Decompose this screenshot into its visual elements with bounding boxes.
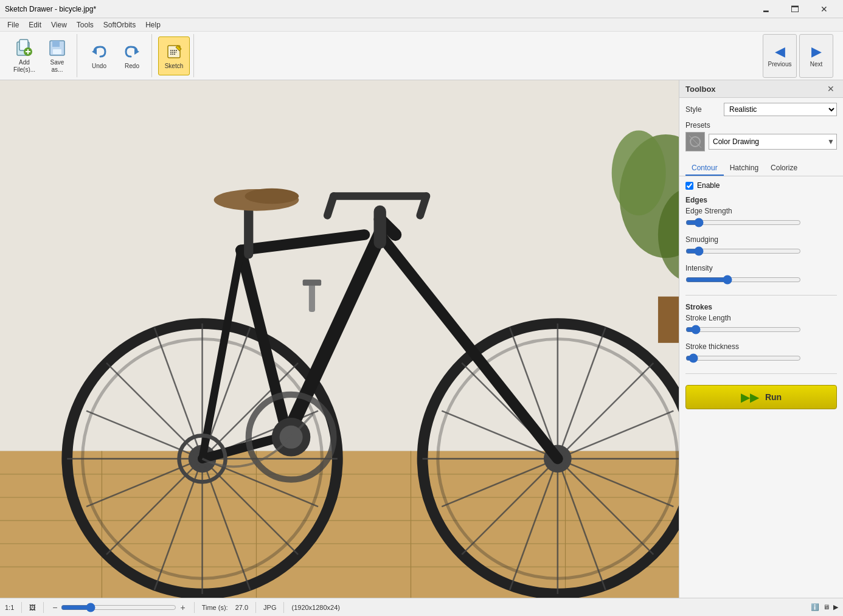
toolbox-header: Toolbox ✕ [679,80,843,98]
menu-edit[interactable]: Edit [24,19,46,30]
svg-point-66 [245,189,299,204]
minimize-button[interactable]: 🗕 [752,0,780,18]
bicycle-image [0,80,679,598]
add-files-button[interactable]: AddFile(s)... [9,36,40,75]
run-label: Run [765,392,782,402]
status-bar: 1:1 🖼 − + Time (s): 27.0 JPG (1920x1280x… [0,598,843,616]
preset-thumbnail [685,132,705,151]
toolbox-close-button[interactable]: ✕ [825,84,837,94]
style-select[interactable]: Realistic Pencil Charcoal Ink Watercolor [724,103,837,116]
previous-button[interactable]: ◀ Previous [763,34,797,78]
zoom-level: 1:1 [5,604,14,611]
style-row: Style Realistic Pencil Charcoal Ink Wate… [685,103,837,116]
youtube-icon[interactable]: ▶ [833,603,838,611]
nav-area: ◀ Previous ▶ Next [763,34,838,77]
title-bar-controls: 🗕 🗖 ✕ [752,0,838,18]
status-separator-5 [283,602,284,613]
redo-button[interactable]: Redo [116,36,148,75]
monitor-icon[interactable]: 🖥 [823,603,830,611]
intensity-label: Intensity [685,264,837,272]
strokes-section-title: Strokes [679,299,843,313]
stroke-length-label: Stroke Length [685,314,837,322]
svg-rect-30 [658,297,679,343]
next-label: Next [810,61,823,67]
svg-point-29 [612,131,666,216]
toolbar-history-group: Undo Redo [80,34,152,77]
redo-icon [122,42,142,61]
run-button[interactable]: ▶▶ Run [685,385,837,409]
intensity-slider[interactable] [685,275,801,285]
zoom-in-button[interactable]: + [179,603,186,612]
status-separator-4 [255,602,256,613]
previous-label: Previous [768,61,792,67]
edges-section-title: Edges [679,192,843,206]
zoom-slider[interactable] [61,603,176,612]
edge-strength-slider[interactable] [685,218,801,227]
menu-file[interactable]: File [2,19,24,30]
toolbar-sketch-group: Sketch [154,34,194,77]
sketch-label: Sketch [165,63,184,70]
toolbar: AddFile(s)... Saveas... Undo [0,32,843,80]
menu-softorbits[interactable]: SoftOrbits [99,19,140,30]
enable-row: Enable [679,176,843,192]
sketch-button[interactable]: Sketch [158,36,190,75]
style-label: Style [685,105,719,114]
svg-rect-72 [303,280,321,286]
toolbox-style-section: Style Realistic Pencil Charcoal Ink Wate… [679,98,843,161]
status-zoom-controls: − + [51,603,186,612]
toolbox-divider [685,295,837,296]
presets-row: Color Drawing Pencil Sketch Charcoal Ink… [685,132,837,151]
zoom-out-button[interactable]: − [51,603,58,612]
tab-contour[interactable]: Contour [685,161,724,176]
enable-label[interactable]: Enable [697,181,720,190]
next-arrow-icon: ▶ [811,44,822,60]
toolbox-panel: Toolbox ✕ Style Realistic Pencil Charcoa… [679,80,843,598]
status-image-icon: 🖼 [29,604,36,611]
stroke-length-row: Stroke Length [679,313,843,341]
save-as-button[interactable]: Saveas... [41,36,73,75]
menu-view[interactable]: View [46,19,72,30]
canvas-area[interactable] [0,80,679,598]
tab-colorize[interactable]: Colorize [765,161,803,176]
undo-label: Undo [92,63,106,70]
edge-strength-row: Edge Strength [679,206,843,234]
toolbar-main-group: AddFile(s)... Saveas... [5,34,77,77]
time-label: Time (s): [202,604,228,611]
window-title: Sketch Drawer - bicycle.jpg* [5,5,96,13]
run-icon: ▶▶ [741,390,759,404]
format-label: JPG [263,604,276,611]
add-files-icon [15,38,34,58]
next-button[interactable]: ▶ Next [799,34,833,78]
stroke-thickness-slider[interactable] [685,353,801,363]
previous-arrow-icon: ◀ [775,44,785,60]
stroke-thickness-label: Stroke thickness [685,342,837,351]
toolbox-title: Toolbox [685,85,716,94]
status-right-icons: ℹ️ 🖥 ▶ [811,603,838,611]
save-icon [47,38,67,58]
edge-strength-label: Edge Strength [685,207,837,215]
svg-rect-7 [53,49,61,54]
preset-select[interactable]: Color Drawing Pencil Sketch Charcoal Ink… [709,134,837,150]
menu-tools[interactable]: Tools [72,19,99,30]
maximize-button[interactable]: 🗖 [781,0,809,18]
smudging-label: Smudging [685,235,837,244]
status-separator-1 [21,602,22,613]
smudging-row: Smudging [679,234,843,263]
close-button[interactable]: ✕ [810,0,838,18]
redo-label: Redo [125,63,139,70]
menu-help[interactable]: Help [140,19,165,30]
info-icon[interactable]: ℹ️ [811,603,819,611]
presets-label: Presets [685,121,837,130]
sketch-icon [164,42,184,61]
intensity-row: Intensity [679,263,843,291]
toolbox-tabs: Contour Hatching Colorize [679,161,843,176]
stroke-length-slider[interactable] [685,325,801,334]
enable-checkbox[interactable] [685,182,693,190]
time-value: 27.0 [235,604,248,611]
dimensions-label: (1920x1280x24) [291,604,340,611]
undo-button[interactable]: Undo [83,36,115,75]
tab-hatching[interactable]: Hatching [724,161,765,176]
smudging-slider[interactable] [685,246,801,256]
save-as-label: Saveas... [50,59,64,74]
menu-bar: File Edit View Tools SoftOrbits Help [0,18,843,32]
